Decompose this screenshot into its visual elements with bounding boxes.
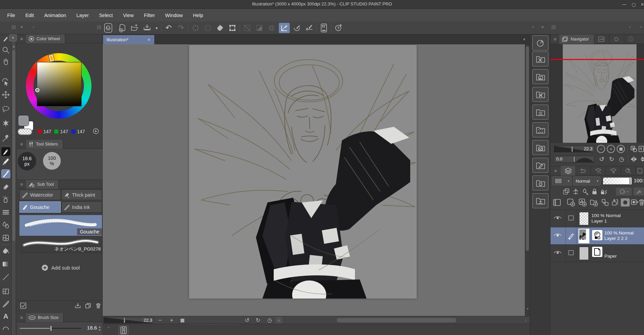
layer-color-dropdown[interactable]: ▾ (552, 177, 572, 185)
layer-row-1[interactable]: 100 % Normal Layer 1 (550, 210, 644, 227)
import-subtool-icon[interactable] (74, 302, 81, 309)
set-as-reference-button[interactable]: ▾ (616, 187, 632, 196)
scroll-left-icon[interactable]: ‹ (33, 24, 34, 29)
brush-item-neon-pen[interactable]: ネオンペンB_PG0278 (19, 236, 102, 253)
document-tab[interactable]: Illustration* (103, 35, 154, 44)
transparent-color-swatch[interactable] (18, 128, 32, 135)
tool-gradient-icon[interactable] (1, 260, 10, 269)
show-all-checkbox-icon[interactable] (20, 302, 27, 309)
opacity-handle[interactable] (629, 177, 631, 185)
brush-size-value[interactable]: 18.6 (83, 325, 97, 331)
tool-selection-icon[interactable] (1, 105, 10, 113)
collapse-controls-icon[interactable]: ‹ (275, 317, 282, 323)
open-file-icon[interactable] (130, 23, 140, 33)
hscroll-right-icon[interactable]: › (523, 318, 528, 322)
nav-flip-vertical-icon[interactable] (640, 155, 644, 163)
navigator-zoom-slider[interactable]: 22.3 (554, 146, 594, 152)
collapse-left-dock-icon[interactable]: « (20, 24, 23, 29)
selection-area-icon[interactable] (267, 23, 277, 33)
tool-hand-icon[interactable] (1, 57, 10, 66)
color-wheel-tab[interactable]: Color Wheel (26, 34, 65, 43)
deselect-icon[interactable] (190, 23, 201, 33)
layer-opacity-slider[interactable] (603, 177, 632, 185)
sync-tab-icon[interactable] (609, 34, 624, 44)
rotate-cw-icon[interactable]: ↻ (254, 317, 262, 324)
sub-tool-tab[interactable]: Sub Tool (26, 180, 59, 189)
layer-thumbnail[interactable] (579, 212, 589, 225)
tool-object-icon[interactable] (1, 78, 10, 87)
layer-visibility-icon[interactable] (553, 249, 562, 256)
zoom-out-icon[interactable]: − (157, 317, 163, 323)
material-folder-edit-button[interactable] (532, 158, 548, 173)
material-folder-download-button[interactable] (532, 193, 548, 208)
zoom-in-icon[interactable]: + (168, 317, 175, 323)
nav-zoom-out-icon[interactable]: − (597, 145, 605, 153)
sv-marker[interactable] (35, 88, 40, 92)
tool-scroll-thumb[interactable] (12, 50, 15, 241)
transform-icon[interactable] (227, 23, 238, 33)
tool-sliders-tab[interactable]: Tool Sliders (26, 140, 63, 149)
clip-studio-logo-icon[interactable] (103, 23, 113, 33)
menu-filter[interactable]: Filter (141, 13, 158, 18)
menu-select[interactable]: Select (96, 13, 115, 18)
tool-ruler-icon[interactable] (1, 300, 10, 308)
clip-to-layer-below-icon[interactable] (563, 188, 570, 195)
tool-brush-icon[interactable] (1, 169, 10, 178)
transfer-to-lower-layer-icon[interactable] (601, 198, 609, 207)
nav-rotate-cw-icon[interactable]: ↻ (607, 155, 616, 163)
sv-square[interactable] (37, 62, 82, 106)
duplicate-subtool-icon[interactable] (85, 302, 91, 309)
nav-fit-icon[interactable] (617, 145, 625, 153)
tool-eyedropper-icon[interactable] (1, 134, 10, 143)
save-icon[interactable] (142, 23, 152, 33)
nav-rotate-ccw-icon[interactable]: ↺ (598, 155, 606, 163)
layer-checkbox[interactable] (568, 250, 574, 255)
tool-zoom-icon[interactable] (1, 46, 10, 55)
draft-layer-icon[interactable] (582, 188, 589, 195)
set-as-draft-button[interactable] (633, 187, 644, 196)
fit-to-screen-icon[interactable] (181, 319, 184, 322)
subview-tab-icon[interactable] (594, 34, 609, 44)
scroll-right-edge-icon[interactable]: › (640, 24, 642, 29)
tool-airbrush-icon[interactable] (1, 195, 10, 204)
zoom-slider[interactable]: 22.3 (103, 317, 154, 323)
panel-menu-icon[interactable]: ≡ (550, 36, 559, 42)
snap-ruler-active-icon[interactable] (279, 23, 290, 33)
nav-flip-horizontal-icon[interactable] (629, 155, 639, 163)
subtool-group-tab-india-ink[interactable]: India ink (61, 201, 102, 213)
snap-special-ruler-icon[interactable] (292, 23, 302, 33)
lock-layer-icon[interactable] (591, 188, 598, 195)
undo-icon[interactable]: ↶ (163, 23, 174, 33)
scroll-right-icon[interactable]: › (629, 24, 631, 29)
tool-move-icon[interactable] (1, 90, 10, 99)
tool-decoration-icon[interactable] (1, 208, 10, 217)
navigator-tab[interactable]: Navigator (559, 34, 594, 44)
material-folder-tone-button[interactable] (532, 105, 548, 120)
tool-auto-select-icon[interactable] (1, 119, 10, 128)
brush-size-dial[interactable]: 18.6 px (18, 152, 36, 170)
main-color-swatch[interactable] (18, 116, 29, 126)
menu-layer[interactable]: Layer (74, 13, 91, 18)
slider-handle[interactable] (50, 325, 52, 331)
brush-size-tab[interactable]: Brush Size (26, 313, 63, 322)
material-folder-pattern-x-button[interactable] (532, 51, 548, 66)
layer-row-2-selected[interactable]: 100 % Normal Layer 2 2 2 (550, 227, 644, 245)
new-vector-layer-icon[interactable] (578, 198, 587, 207)
nav-reset-rotation-icon[interactable]: ◷ (617, 155, 626, 163)
reselect-icon[interactable] (203, 23, 213, 33)
dock-grip-icon[interactable]: ||| (12, 24, 16, 29)
tool-eraser-icon[interactable] (1, 182, 10, 191)
vscroll-thumb[interactable] (526, 46, 529, 251)
material-folder-image-button[interactable] (532, 69, 548, 84)
delete-subtool-icon[interactable] (95, 302, 102, 309)
expand-material-icon[interactable]: ⌃ (105, 326, 112, 331)
minimize-button[interactable]: — (620, 1, 628, 8)
material-drawer-icon[interactable] (118, 325, 129, 335)
brush-size-stepper-icon[interactable]: ▲▼ (98, 324, 102, 333)
canvas-viewport[interactable] (103, 44, 525, 316)
current-subtool-icon[interactable] (2, 35, 10, 42)
selection-half-icon[interactable] (254, 23, 264, 33)
layer-search-tab-icon[interactable] (621, 166, 636, 176)
merge-with-lower-layer-icon[interactable] (611, 198, 619, 207)
toolbar-grip-icon[interactable]: ||| (97, 24, 101, 29)
